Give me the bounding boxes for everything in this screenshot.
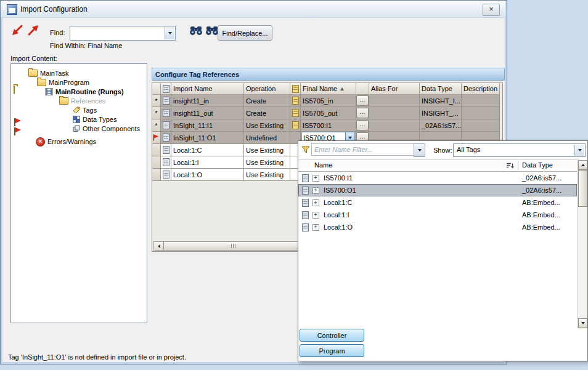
browse-button[interactable]: ... [356, 120, 369, 131]
row-marker: * [155, 97, 157, 105]
data-type-column-header[interactable]: Data Type [522, 161, 553, 169]
col-row-selector[interactable] [152, 83, 161, 95]
import-name-cell[interactable]: Local:1:C [171, 144, 244, 156]
browse-cell: ... [356, 119, 369, 132]
scroll-thumb[interactable] [163, 241, 303, 251]
expand-icon[interactable] [312, 212, 319, 219]
row-selector[interactable] [152, 169, 161, 181]
row-selector[interactable] [152, 144, 161, 156]
row-selector[interactable]: * [152, 119, 161, 132]
show-combobox[interactable]: All Tags [453, 143, 586, 157]
col-data-type[interactable]: Data Type [420, 83, 462, 95]
col-alias-for[interactable]: Alias For [369, 83, 420, 95]
tag-name: Local:1:C [324, 199, 352, 206]
add-flag-icon[interactable] [27, 24, 40, 36]
filter-funnel-icon[interactable] [301, 146, 310, 153]
chevron-down-icon [418, 149, 422, 151]
find-next-icon[interactable] [205, 25, 219, 36]
alias-cell[interactable] [369, 107, 420, 119]
row-selector[interactable] [152, 132, 161, 144]
vertical-scrollbar[interactable] [577, 159, 587, 329]
tree-item-maintask[interactable]: MainTask [28, 69, 68, 78]
row-selector[interactable]: * [152, 107, 161, 119]
final-name-cell[interactable]: IS5705_out [301, 107, 356, 119]
description-cell[interactable] [462, 107, 500, 119]
import-name-cell[interactable]: InSight_11:O1 [171, 132, 244, 144]
alias-cell[interactable] [369, 119, 420, 132]
browse-button[interactable]: ... [356, 108, 369, 118]
data-type-icon [73, 116, 80, 123]
program-button[interactable]: Program [300, 344, 364, 357]
operation-cell[interactable]: Use Existing [244, 119, 290, 132]
tree-item-errors-warnings[interactable]: Errors/Warnings [36, 137, 96, 146]
browse-button[interactable]: ... [356, 95, 369, 106]
col-import-type[interactable] [161, 83, 171, 95]
description-cell[interactable] [462, 119, 500, 132]
find-dropdown-button[interactable] [165, 27, 174, 39]
name-filter-input[interactable] [311, 143, 417, 156]
tag-type-cell [161, 169, 171, 181]
import-name-cell[interactable]: insight11_in [171, 95, 244, 107]
sort-filter-icon[interactable] [506, 162, 514, 169]
tag-browser-row[interactable]: Local:1:C AB:Embed... [298, 196, 577, 209]
tag-browser-row-selected[interactable]: IS5700:O1 _02A6:is57... [298, 184, 577, 196]
filter-dropdown-button[interactable] [414, 143, 425, 157]
tree-item-tags[interactable]: Tags [73, 106, 97, 115]
browse-cell: ... [356, 107, 369, 119]
alias-cell[interactable] [369, 95, 420, 107]
tag-browser-row[interactable]: Local:1:O AB:Embed... [298, 221, 577, 233]
find-combobox[interactable] [70, 26, 176, 41]
chevron-down-icon [168, 32, 172, 34]
operation-cell[interactable]: Use Existing [244, 144, 290, 156]
chevron-up-icon [581, 164, 585, 166]
col-final-type[interactable] [290, 83, 301, 95]
col-browse[interactable] [356, 83, 369, 95]
description-cell[interactable] [462, 95, 500, 107]
controller-button[interactable]: Controller [300, 329, 364, 342]
close-button[interactable] [483, 4, 500, 16]
operation-cell[interactable]: Use Existing [244, 169, 290, 181]
final-name-cell[interactable]: IS5705_in [301, 95, 356, 107]
tag-browser-row[interactable]: IS5700:I1 _02A6:is57... [298, 172, 577, 184]
row-selector[interactable] [152, 156, 161, 169]
operation-cell[interactable]: Create [244, 95, 290, 107]
tag-browser-row[interactable]: Local:1:I AB:Embed... [298, 209, 577, 221]
find-replace-button[interactable]: Find/Replace... [218, 25, 272, 41]
find-input[interactable] [71, 28, 165, 39]
remove-flag-icon[interactable] [10, 24, 24, 36]
operation-cell[interactable]: Create [244, 107, 290, 119]
name-column-header[interactable]: Name [314, 161, 332, 169]
row-selector[interactable]: * [152, 95, 161, 107]
tree-item-references[interactable]: References [59, 97, 105, 105]
col-operation[interactable]: Operation [244, 83, 290, 95]
card-icon [302, 174, 309, 182]
import-name-cell[interactable]: Local:1:I [171, 156, 244, 169]
find-previous-icon[interactable] [189, 25, 203, 36]
import-name-cell[interactable]: insight11_out [171, 107, 244, 119]
scroll-up-button[interactable] [578, 160, 587, 170]
expand-icon[interactable] [312, 224, 319, 231]
tree-item-data-types[interactable]: Data Types [73, 115, 116, 124]
import-name-cell[interactable]: InSight_11:I1 [171, 119, 244, 132]
card-icon [163, 85, 169, 93]
operation-cell[interactable]: Undefined [244, 132, 290, 144]
show-dropdown-button[interactable] [574, 145, 584, 156]
col-import-name[interactable]: Import Name [171, 83, 244, 95]
col-description[interactable]: Description [462, 83, 500, 95]
operation-cell[interactable]: Use Existing [244, 156, 290, 169]
tag-type-cell [161, 95, 171, 107]
expand-icon[interactable] [312, 199, 319, 206]
import-name-cell[interactable]: Local:1:O [171, 169, 244, 181]
folder-icon [37, 79, 46, 86]
col-final-name[interactable]: Final Name [301, 83, 356, 95]
tree-item-mainprogram[interactable]: MainProgram [37, 78, 89, 87]
expand-icon[interactable] [312, 175, 319, 182]
scroll-down-button[interactable] [578, 318, 587, 328]
scroll-left-button[interactable] [153, 241, 164, 251]
title-bar[interactable]: Import Configuration [1, 1, 505, 18]
scroll-thumb[interactable] [578, 170, 587, 207]
final-name-cell[interactable]: IS5700:I1 [301, 119, 356, 132]
expand-icon[interactable] [312, 187, 319, 194]
tree-item-mainroutine[interactable]: MainRoutine (Rungs) [45, 87, 124, 96]
tree-item-other-components[interactable]: Other Components [73, 124, 140, 133]
